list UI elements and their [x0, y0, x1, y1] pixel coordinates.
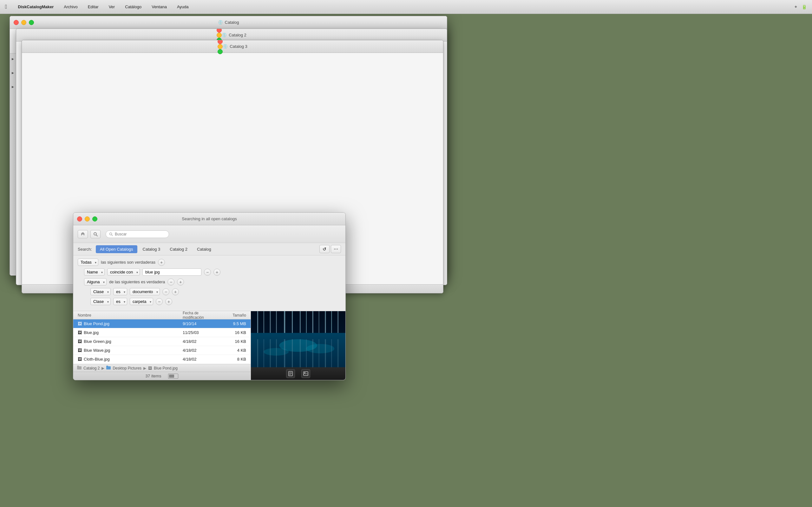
breadcrumb-file-icon: 🖼 [148, 366, 152, 371]
filter-value-4[interactable]: documento [130, 288, 160, 295]
svg-point-22 [110, 233, 112, 235]
catalog2-minimize-button[interactable] [217, 33, 222, 38]
svg-rect-27 [106, 366, 108, 367]
filter-field-4[interactable]: Clase [90, 288, 111, 295]
jpeg-result-icon: 🖼 [78, 321, 82, 326]
filter-field-4-wrapper[interactable]: Clase [90, 288, 111, 295]
search-result-row[interactable]: 🖼 Cloth-Blue.jpg 4/18/02 8 KB [73, 355, 251, 364]
filter-value-2[interactable] [142, 268, 201, 276]
close-button[interactable] [14, 20, 19, 25]
tab-all-open-catalogs[interactable]: All Open Catalogs [96, 245, 137, 253]
filter-operator-1-wrapper[interactable]: Todas [78, 259, 98, 266]
menu-ventana[interactable]: Ventana [150, 4, 169, 10]
filter-row-4: Clase es documento − + [78, 288, 341, 295]
tab-catalog-3[interactable]: Catalog 3 [139, 245, 165, 253]
expand-btn-2[interactable]: ▶ [11, 71, 15, 75]
svg-rect-46 [257, 339, 258, 368]
add-filter-2[interactable]: + [213, 269, 220, 276]
search-col-nombre[interactable]: Nombre [78, 313, 183, 318]
menu-archivo[interactable]: Archivo [62, 4, 79, 10]
filter-field-5-wrapper[interactable]: Clase [90, 298, 111, 305]
svg-rect-63 [304, 372, 308, 376]
menu-ayuda[interactable]: Ayuda [175, 4, 191, 10]
svg-rect-18 [82, 232, 84, 233]
expand-btn-3[interactable]: ▶ [11, 84, 15, 89]
search-list-panel: Nombre Fecha de modificación Tamaño 🖼 Bl… [73, 311, 251, 380]
menu-app-name[interactable]: DiskCatalogMaker [16, 4, 56, 10]
search-dialog-title: Searching in all open catalogs [182, 216, 237, 221]
filter-operator-3[interactable]: Alguna [84, 278, 107, 285]
breadcrumb-catalog [77, 366, 82, 371]
menu-ver[interactable]: Ver [107, 4, 117, 10]
preview-doc-icon [288, 371, 293, 376]
remove-filter-4[interactable]: − [162, 288, 169, 295]
remove-filter-2[interactable]: − [204, 269, 211, 276]
maximize-button[interactable] [29, 20, 34, 25]
catalog3-traffic-lights[interactable] [217, 40, 223, 54]
remove-filter-3[interactable]: − [167, 279, 174, 285]
search-result-row[interactable]: 🖼 Blue Pond.jpg 9/10/14 9.5 MB [73, 320, 251, 328]
search-dialog-input[interactable] [115, 232, 153, 236]
breadcrumb-catalog-name: Catalog 2 [84, 366, 100, 371]
search-dialog-minimize-button[interactable] [85, 216, 90, 222]
print-search-button[interactable] [78, 230, 88, 238]
add-filter-5[interactable]: + [165, 298, 172, 305]
catalog-window-title: 💿 Catalog [218, 20, 239, 25]
filter-operator-3-wrapper[interactable]: Alguna [84, 278, 107, 285]
menu-catalogo[interactable]: Catálogo [123, 4, 143, 10]
filter-operator-1[interactable]: Todas [78, 259, 98, 266]
filter-row-1: Todas las siguientes son verdaderas + [78, 259, 341, 266]
filter-condition-3: de las siguientes es verdadera [109, 279, 165, 284]
search-dialog-traffic-lights[interactable] [77, 216, 97, 222]
filter-op-2[interactable]: coincide con [107, 268, 140, 276]
search-col-fecha[interactable]: Fecha de modificación [183, 311, 221, 320]
add-filter-3[interactable]: + [177, 279, 184, 285]
search-result-row[interactable]: 🖼 Blue Wave.jpg 4/18/02 4 KB [73, 346, 251, 355]
preview-image-button[interactable] [301, 369, 310, 378]
catalog2-close-button[interactable] [217, 29, 222, 33]
filter-op-4-wrapper[interactable]: es [113, 288, 127, 295]
svg-rect-19 [82, 234, 84, 236]
add-filter-button-1[interactable]: + [158, 259, 165, 266]
wifi-icon: ⌖ [795, 4, 797, 9]
tab-catalog-2[interactable]: Catalog 2 [165, 245, 192, 253]
search-col-tamaño[interactable]: Tamaño [221, 313, 246, 318]
search-dialog-maximize-button[interactable] [92, 216, 97, 222]
catalog3-close-button[interactable] [217, 40, 223, 44]
add-filter-4[interactable]: + [172, 288, 179, 295]
jpeg-result-icon: 🖼 [78, 330, 82, 335]
minimize-button[interactable] [21, 20, 26, 25]
search-result-row[interactable]: 🖼 Blue Green.jpg 4/18/02 16 KB [73, 337, 251, 346]
catalog2-disk-icon: 💿 [222, 33, 227, 38]
remove-filter-5[interactable]: − [156, 298, 163, 305]
svg-line-23 [112, 235, 113, 236]
filter-field-2[interactable]: Name [84, 268, 105, 276]
search-dialog-close-button[interactable] [77, 216, 82, 222]
catalog3-disk-icon: 💿 [223, 44, 228, 49]
tab-catalog[interactable]: Catalog [193, 245, 215, 253]
catalog3-minimize-button[interactable] [217, 44, 223, 49]
menu-editar[interactable]: Editar [86, 4, 101, 10]
more-button[interactable]: ⋯ [331, 245, 341, 253]
expand-btn-1[interactable]: ▶ [11, 57, 15, 61]
refresh-button[interactable]: ↺ [319, 245, 329, 253]
filter-op-4[interactable]: es [113, 288, 127, 295]
preview-doc-button[interactable] [286, 369, 295, 378]
catalog3-maximize-button[interactable] [217, 49, 223, 54]
search-action-button[interactable] [90, 230, 101, 238]
breadcrumb-sep-2: ▶ [143, 366, 146, 371]
filter-value-5[interactable]: carpeta [130, 298, 153, 305]
filter-op-2-wrapper[interactable]: coincide con [107, 268, 140, 276]
filter-field-2-wrapper[interactable]: Name [84, 268, 105, 276]
filter-value-5-wrapper[interactable]: carpeta [130, 298, 153, 305]
filter-field-5[interactable]: Clase [90, 298, 111, 305]
filter-op-5-wrapper[interactable]: es [113, 298, 127, 305]
search-dialog-searchbar[interactable] [106, 230, 169, 238]
search-result-row[interactable]: 🖼 Blue.jpg 11/25/03 16 KB [73, 328, 251, 337]
jpeg-result-icon: 🖼 [78, 339, 82, 344]
filter-op-5[interactable]: es [113, 298, 127, 305]
apple-logo-icon[interactable]:  [5, 3, 7, 10]
jpeg-result-icon: 🖼 [78, 357, 82, 361]
traffic-lights[interactable] [14, 20, 34, 25]
filter-value-4-wrapper[interactable]: documento [130, 288, 160, 295]
